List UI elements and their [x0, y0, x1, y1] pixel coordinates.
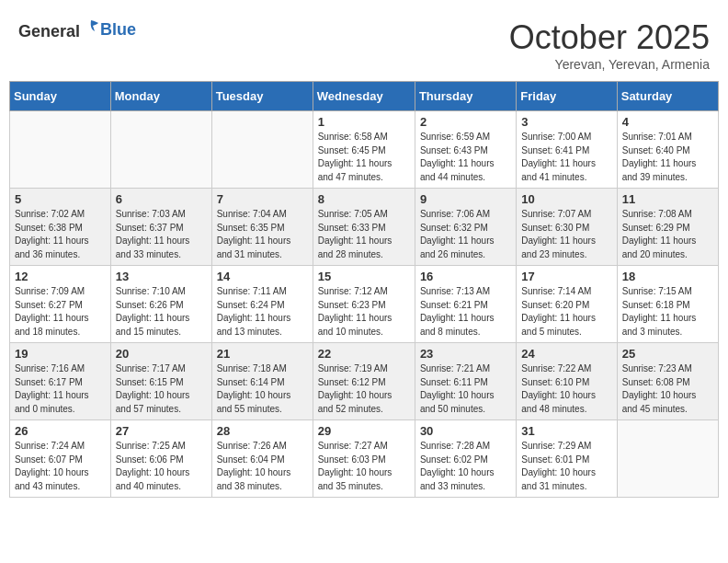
day-number: 10	[521, 192, 611, 206]
day-number: 29	[318, 424, 410, 438]
day-number: 30	[420, 424, 511, 438]
page-header: General Blue October 2025 Yerevan, Yerev…	[9, 9, 719, 76]
location-subtitle: Yerevan, Yerevan, Armenia	[509, 57, 710, 72]
calendar-cell: 4Sunrise: 7:01 AM Sunset: 6:40 PM Daylig…	[617, 111, 718, 189]
day-number: 3	[521, 115, 611, 129]
calendar-cell: 27Sunrise: 7:25 AM Sunset: 6:06 PM Dayli…	[110, 420, 211, 498]
logo-bird-icon	[82, 18, 100, 37]
calendar-cell: 26Sunrise: 7:24 AM Sunset: 6:07 PM Dayli…	[10, 420, 111, 498]
day-info: Sunrise: 7:28 AM Sunset: 6:02 PM Dayligh…	[420, 440, 511, 493]
day-number: 26	[15, 424, 106, 438]
day-number: 17	[521, 270, 611, 283]
day-info: Sunrise: 7:05 AM Sunset: 6:33 PM Dayligh…	[318, 208, 410, 261]
calendar-cell: 12Sunrise: 7:09 AM Sunset: 6:27 PM Dayli…	[10, 266, 111, 343]
day-info: Sunrise: 7:13 AM Sunset: 6:21 PM Dayligh…	[420, 285, 511, 339]
day-info: Sunrise: 7:23 AM Sunset: 6:08 PM Dayligh…	[622, 362, 713, 416]
day-number: 24	[521, 347, 611, 361]
day-number: 18	[622, 270, 713, 283]
day-info: Sunrise: 7:01 AM Sunset: 6:40 PM Dayligh…	[622, 131, 713, 184]
logo-text-blue: Blue	[100, 20, 136, 39]
day-info: Sunrise: 7:07 AM Sunset: 6:30 PM Dayligh…	[521, 208, 611, 261]
day-info: Sunrise: 7:17 AM Sunset: 6:15 PM Dayligh…	[116, 362, 207, 416]
calendar-cell: 16Sunrise: 7:13 AM Sunset: 6:21 PM Dayli…	[415, 266, 516, 343]
calendar-week-row: 26Sunrise: 7:24 AM Sunset: 6:07 PM Dayli…	[10, 420, 719, 498]
calendar-cell: 25Sunrise: 7:23 AM Sunset: 6:08 PM Dayli…	[617, 343, 718, 420]
day-number: 28	[217, 424, 308, 438]
day-number: 23	[420, 347, 511, 361]
day-number: 15	[318, 270, 410, 283]
calendar-week-row: 12Sunrise: 7:09 AM Sunset: 6:27 PM Dayli…	[10, 266, 719, 343]
weekday-header-wednesday: Wednesday	[313, 82, 415, 111]
day-number: 19	[15, 347, 106, 361]
day-info: Sunrise: 7:27 AM Sunset: 6:03 PM Dayligh…	[318, 440, 410, 493]
calendar-cell: 22Sunrise: 7:19 AM Sunset: 6:12 PM Dayli…	[313, 343, 415, 420]
calendar-cell: 29Sunrise: 7:27 AM Sunset: 6:03 PM Dayli…	[313, 420, 415, 498]
day-info: Sunrise: 7:02 AM Sunset: 6:38 PM Dayligh…	[15, 208, 106, 261]
logo: General Blue	[18, 18, 136, 41]
logo-text-general: General	[18, 22, 80, 40]
calendar-table: SundayMondayTuesdayWednesdayThursdayFrid…	[9, 81, 719, 498]
day-number: 27	[116, 424, 207, 438]
day-info: Sunrise: 7:24 AM Sunset: 6:07 PM Dayligh…	[15, 440, 106, 493]
day-number: 11	[622, 192, 713, 206]
calendar-cell: 3Sunrise: 7:00 AM Sunset: 6:41 PM Daylig…	[517, 111, 617, 189]
calendar-cell: 15Sunrise: 7:12 AM Sunset: 6:23 PM Dayli…	[313, 266, 415, 343]
day-number: 22	[318, 347, 410, 361]
calendar-cell	[110, 111, 211, 189]
day-number: 7	[217, 192, 308, 206]
calendar-cell: 6Sunrise: 7:03 AM Sunset: 6:37 PM Daylig…	[110, 189, 211, 266]
day-number: 20	[116, 347, 207, 361]
day-info: Sunrise: 6:59 AM Sunset: 6:43 PM Dayligh…	[420, 131, 511, 184]
day-info: Sunrise: 7:10 AM Sunset: 6:26 PM Dayligh…	[116, 285, 207, 339]
day-number: 16	[420, 270, 511, 283]
calendar-cell: 21Sunrise: 7:18 AM Sunset: 6:14 PM Dayli…	[211, 343, 313, 420]
calendar-week-row: 19Sunrise: 7:16 AM Sunset: 6:17 PM Dayli…	[10, 343, 719, 420]
day-info: Sunrise: 7:18 AM Sunset: 6:14 PM Dayligh…	[217, 362, 308, 416]
day-number: 9	[420, 192, 511, 206]
weekday-header-saturday: Saturday	[617, 82, 718, 111]
weekday-header-row: SundayMondayTuesdayWednesdayThursdayFrid…	[10, 82, 719, 111]
day-info: Sunrise: 7:29 AM Sunset: 6:01 PM Dayligh…	[521, 440, 611, 493]
day-number: 5	[15, 192, 106, 206]
day-info: Sunrise: 7:06 AM Sunset: 6:32 PM Dayligh…	[420, 208, 511, 261]
calendar-cell: 23Sunrise: 7:21 AM Sunset: 6:11 PM Dayli…	[415, 343, 516, 420]
day-info: Sunrise: 7:21 AM Sunset: 6:11 PM Dayligh…	[420, 362, 511, 416]
day-number: 25	[622, 347, 713, 361]
calendar-cell: 1Sunrise: 6:58 AM Sunset: 6:45 PM Daylig…	[313, 111, 415, 189]
calendar-cell: 2Sunrise: 6:59 AM Sunset: 6:43 PM Daylig…	[415, 111, 516, 189]
calendar-cell: 18Sunrise: 7:15 AM Sunset: 6:18 PM Dayli…	[617, 266, 718, 343]
day-info: Sunrise: 7:00 AM Sunset: 6:41 PM Dayligh…	[521, 131, 611, 184]
day-info: Sunrise: 7:19 AM Sunset: 6:12 PM Dayligh…	[318, 362, 410, 416]
day-info: Sunrise: 7:11 AM Sunset: 6:24 PM Dayligh…	[217, 285, 308, 339]
day-info: Sunrise: 7:15 AM Sunset: 6:18 PM Dayligh…	[622, 285, 713, 339]
day-number: 13	[116, 270, 207, 283]
day-info: Sunrise: 7:14 AM Sunset: 6:20 PM Dayligh…	[521, 285, 611, 339]
day-info: Sunrise: 6:58 AM Sunset: 6:45 PM Dayligh…	[318, 131, 410, 184]
weekday-header-tuesday: Tuesday	[211, 82, 313, 111]
day-info: Sunrise: 7:12 AM Sunset: 6:23 PM Dayligh…	[318, 285, 410, 339]
calendar-cell: 11Sunrise: 7:08 AM Sunset: 6:29 PM Dayli…	[617, 189, 718, 266]
day-number: 21	[217, 347, 308, 361]
calendar-cell: 14Sunrise: 7:11 AM Sunset: 6:24 PM Dayli…	[211, 266, 313, 343]
day-number: 8	[318, 192, 410, 206]
title-section: October 2025 Yerevan, Yerevan, Armenia	[509, 18, 710, 72]
calendar-cell: 20Sunrise: 7:17 AM Sunset: 6:15 PM Dayli…	[110, 343, 211, 420]
calendar-cell	[617, 420, 718, 498]
calendar-cell: 7Sunrise: 7:04 AM Sunset: 6:35 PM Daylig…	[211, 189, 313, 266]
calendar-cell: 30Sunrise: 7:28 AM Sunset: 6:02 PM Dayli…	[415, 420, 516, 498]
day-info: Sunrise: 7:22 AM Sunset: 6:10 PM Dayligh…	[521, 362, 611, 416]
weekday-header-friday: Friday	[517, 82, 617, 111]
day-number: 12	[15, 270, 106, 283]
day-info: Sunrise: 7:03 AM Sunset: 6:37 PM Dayligh…	[116, 208, 207, 261]
calendar-cell: 5Sunrise: 7:02 AM Sunset: 6:38 PM Daylig…	[10, 189, 111, 266]
calendar-cell: 24Sunrise: 7:22 AM Sunset: 6:10 PM Dayli…	[517, 343, 617, 420]
day-number: 1	[318, 115, 410, 129]
calendar-cell: 28Sunrise: 7:26 AM Sunset: 6:04 PM Dayli…	[211, 420, 313, 498]
day-number: 4	[622, 115, 713, 129]
weekday-header-thursday: Thursday	[415, 82, 516, 111]
day-info: Sunrise: 7:09 AM Sunset: 6:27 PM Dayligh…	[15, 285, 106, 339]
day-number: 6	[116, 192, 207, 206]
day-info: Sunrise: 7:08 AM Sunset: 6:29 PM Dayligh…	[622, 208, 713, 261]
month-title: October 2025	[509, 18, 710, 57]
calendar-cell: 19Sunrise: 7:16 AM Sunset: 6:17 PM Dayli…	[10, 343, 111, 420]
